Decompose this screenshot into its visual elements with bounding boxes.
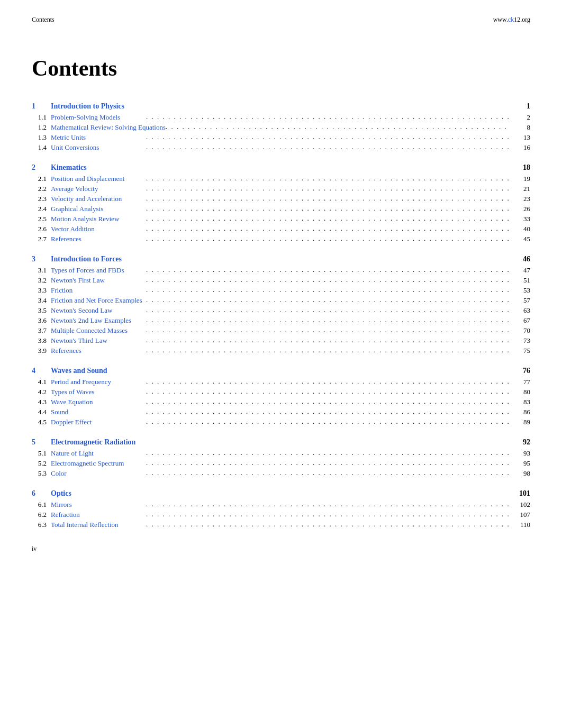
item-page-3-6: 67 [509,316,530,325]
item-dots-2-1 [146,174,509,181]
chapter-row-2: 2Kinematics18 [32,163,530,172]
chapter-title-2: Kinematics [51,163,509,172]
toc-item-3-7: 3.7Multiple Connected Masses70 [32,326,530,335]
item-title-1-2: Mathematical Review: Solving Equations [51,123,166,132]
item-title-2-6: Vector Addition [51,225,146,233]
toc-item-5-2: 5.2Electromagnetic Spectrum95 [32,459,530,468]
item-page-2-7: 45 [509,235,530,243]
item-dots-1-1 [146,113,509,120]
item-page-3-2: 51 [509,276,530,285]
item-dots-2-3 [146,194,509,201]
item-page-5-1: 93 [509,449,530,458]
item-page-5-2: 95 [509,459,530,468]
item-num-3-8: 3.8 [32,336,51,345]
toc-item-3-6: 3.6Newton's 2nd Law Examples67 [32,316,530,325]
item-dots-3-6 [146,316,509,323]
item-title-6-3: Total Internal Reflection [51,521,146,529]
chapter-num-6: 6 [32,489,51,498]
item-page-2-2: 21 [509,185,530,193]
toc-item-2-4: 2.4Graphical Analysis26 [32,204,530,213]
toc-item-1-3: 1.3Metric Units13 [32,133,530,142]
toc-item-3-3: 3.3Friction53 [32,286,530,295]
item-page-1-2: 8 [509,123,530,132]
header-right-prefix: www. [493,16,508,23]
item-dots-1-3 [146,133,509,140]
chapter-title-6: Optics [51,489,509,498]
chapter-num-5: 5 [32,438,51,447]
item-title-4-2: Types of Waves [51,388,146,396]
toc-item-2-1: 2.1Position and Displacement19 [32,174,530,183]
item-page-6-1: 102 [509,501,530,509]
item-num-1-4: 1.4 [32,143,51,152]
item-title-4-5: Doppler Effect [51,418,146,426]
item-num-2-6: 2.6 [32,225,51,233]
item-page-3-9: 75 [509,347,530,355]
toc-item-2-6: 2.6Vector Addition40 [32,224,530,233]
item-page-2-5: 33 [509,215,530,223]
item-dots-2-4 [146,204,509,211]
toc-item-6-2: 6.2Refraction107 [32,510,530,519]
toc-item-5-3: 5.3Color98 [32,469,530,478]
item-dots-2-2 [146,184,509,191]
chapter-page-6: 101 [509,489,530,498]
chapter-2: 2Kinematics182.1Position and Displacemen… [32,163,530,243]
item-title-2-3: Velocity and Acceleration [51,195,146,203]
item-page-3-7: 70 [509,326,530,335]
item-page-3-5: 63 [509,306,530,315]
chapter-page-4: 76 [509,367,530,375]
item-dots-3-9 [146,346,509,353]
header-left: Contents [32,16,55,24]
toc-item-3-2: 3.2Newton's First Law51 [32,276,530,285]
item-page-1-4: 16 [509,143,530,152]
chapter-row-3: 3Introduction to Forces46 [32,255,530,263]
toc-item-3-5: 3.5Newton's Second Law63 [32,306,530,315]
item-dots-5-1 [146,449,509,456]
item-title-1-1: Problem-Solving Models [51,113,146,122]
item-page-4-2: 80 [509,388,530,396]
header-right: www.ck12.org [493,16,530,24]
item-num-5-3: 5.3 [32,469,51,478]
item-dots-3-7 [146,326,509,333]
toc-item-6-3: 6.3Total Internal Reflection110 [32,520,530,529]
item-num-2-7: 2.7 [32,235,51,243]
item-page-3-1: 47 [509,266,530,275]
chapter-row-6: 6Optics101 [32,489,530,498]
item-dots-3-1 [146,266,509,272]
item-dots-3-8 [146,336,509,343]
chapter-title-4: Waves and Sound [51,367,509,375]
chapter-page-5: 92 [509,438,530,447]
item-title-2-2: Average Velocity [51,185,146,193]
item-dots-4-4 [146,407,509,414]
item-num-3-6: 3.6 [32,316,51,325]
item-page-3-8: 73 [509,336,530,345]
toc-item-3-8: 3.8Newton's Third Law73 [32,336,530,345]
item-num-2-5: 2.5 [32,215,51,223]
item-title-3-5: Newton's Second Law [51,306,146,315]
item-title-3-9: References [51,347,146,355]
item-dots-5-3 [146,469,509,476]
item-num-6-1: 6.1 [32,501,51,509]
item-num-6-3: 6.3 [32,521,51,529]
item-dots-3-2 [146,276,509,283]
chapter-num-4: 4 [32,367,51,375]
item-num-2-1: 2.1 [32,175,51,183]
item-num-5-1: 5.1 [32,449,51,458]
item-title-4-3: Wave Equation [51,398,146,406]
chapter-row-4: 4Waves and Sound76 [32,367,530,375]
chapter-page-2: 18 [509,163,530,172]
item-title-2-7: References [51,235,146,243]
item-num-6-2: 6.2 [32,511,51,519]
chapter-6: 6Optics1016.1Mirrors1026.2Refraction1076… [32,489,530,529]
item-title-1-3: Metric Units [51,133,146,142]
item-dots-6-2 [146,510,509,517]
toc-item-2-2: 2.2Average Velocity21 [32,184,530,193]
item-dots-6-1 [146,500,509,507]
item-dots-1-4 [146,143,509,150]
chapter-3: 3Introduction to Forces463.1Types of For… [32,255,530,355]
item-page-4-4: 86 [509,408,530,416]
item-num-5-2: 5.2 [32,459,51,468]
item-dots-1-2 [166,123,509,130]
item-page-2-4: 26 [509,205,530,213]
chapter-row-5: 5Electromagnetic Radiation92 [32,438,530,447]
item-dots-3-5 [146,306,509,313]
